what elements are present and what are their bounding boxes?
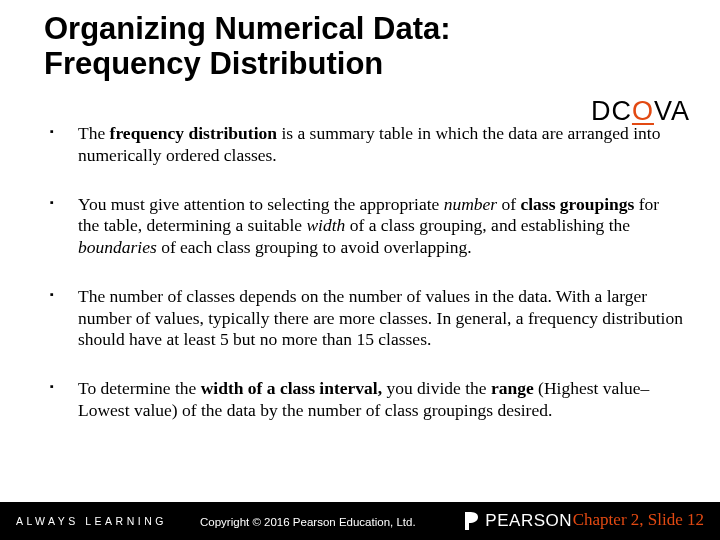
dcova-v: V [654,96,671,126]
copyright-text: Copyright © 2016 Pearson Education, Ltd. [200,516,416,528]
dcova-c: C [611,96,632,126]
text-italic: width [306,215,345,235]
always-learning-tagline: ALWAYS LEARNING [0,515,167,527]
text-bold: class groupings [520,194,634,214]
content-area: The frequency distribution is a summary … [0,81,720,448]
text: You must give attention to selecting the… [78,194,444,214]
title-area: Organizing Numerical Data: Frequency Dis… [0,0,720,81]
text: The number of classes depends on the num… [78,286,683,349]
text: To determine the [78,378,201,398]
pearson-logo: PEARSON [463,502,572,540]
title-line-1: Organizing Numerical Data: [44,11,451,46]
title-line-2: Frequency Distribution [44,46,383,81]
text: of each class grouping to avoid overlapp… [157,237,472,257]
text-italic: number [444,194,497,214]
text: The [78,123,110,143]
dcova-tag: DCOVA [591,96,690,127]
bullet-item: To determine the width of a class interv… [50,378,684,421]
page-number: Chapter 2, Slide 12 [573,510,704,530]
bullet-item: The number of classes depends on the num… [50,286,684,350]
slide: Organizing Numerical Data: Frequency Dis… [0,0,720,540]
text: of [497,194,520,214]
text-bold: width of a class interval, [201,378,387,398]
dcova-a: A [671,96,690,126]
text-bold: range [491,378,538,398]
bullet-item: The frequency distribution is a summary … [50,123,684,166]
dcova-d: D [591,96,612,126]
text-bold: frequency distribution [110,123,277,143]
bullet-item: You must give attention to selecting the… [50,194,684,258]
footer-bar: ALWAYS LEARNING Copyright © 2016 Pearson… [0,502,720,540]
text: you divide the [386,378,491,398]
pearson-mark-icon [463,510,481,532]
pearson-brand-text: PEARSON [485,511,572,531]
text-italic: boundaries [78,237,157,257]
bullet-list: The frequency distribution is a summary … [50,123,684,420]
slide-title: Organizing Numerical Data: Frequency Dis… [44,12,720,81]
dcova-o: O [632,96,654,126]
text: of a class grouping, and establishing th… [345,215,630,235]
